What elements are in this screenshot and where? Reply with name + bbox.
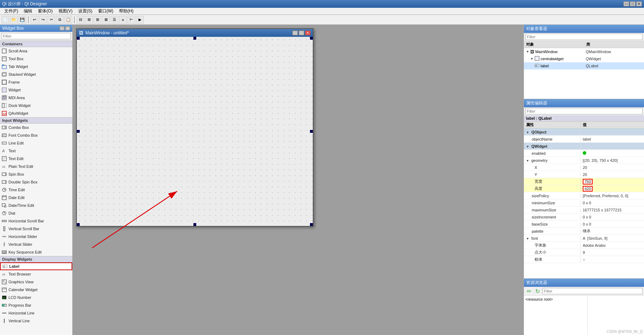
new-button[interactable]: 📄	[1, 16, 9, 24]
prop-row-objectname[interactable]: objectName label	[524, 136, 644, 143]
close-button[interactable]: ✕	[636, 1, 642, 6]
widget-item-text-edit[interactable]: Text Edit	[0, 155, 72, 163]
prop-row-font[interactable]: ▼ font A [SimSun, 9]	[524, 235, 644, 242]
main-window-minimize[interactable]: —	[292, 30, 298, 35]
resize-handle-ml[interactable]	[77, 130, 80, 133]
resize-handle-bl[interactable]	[77, 223, 80, 226]
resource-edit-button[interactable]: ✏	[525, 288, 532, 295]
prop-row-enabled[interactable]: enabled	[524, 150, 644, 157]
widget-item-horizontal-line[interactable]: Horizontal Line	[0, 309, 72, 317]
prop-row-width[interactable]: 宽度 750	[524, 178, 644, 185]
widget-box-float-button[interactable]: □	[60, 26, 64, 30]
prop-row-sizeincrement[interactable]: sizeIncrement 0 x 0	[524, 214, 644, 221]
widget-item-calendar-widget[interactable]: Calendar Widget	[0, 286, 72, 294]
resize-handle-tr[interactable]	[310, 37, 313, 40]
widget-item-vertical-line[interactable]: Vertical Line	[0, 317, 72, 325]
widget-item-key-sequence-edit[interactable]: ⌨ Key Sequence Edit	[0, 248, 72, 256]
widget-item-dial[interactable]: Dial	[0, 209, 72, 217]
widget-item-graphics-view[interactable]: Graphics View	[0, 278, 72, 286]
widget-item-text-browser[interactable]: AI Text Browser	[0, 270, 72, 278]
widget-item-horizontal-slider[interactable]: Horizontal Slider	[0, 233, 72, 240]
layout-v-button[interactable]: ⊞	[85, 16, 93, 24]
widget-item-double-spin-box[interactable]: Double Spin Box	[0, 178, 72, 186]
widget-item-label[interactable]: A Label	[0, 262, 72, 270]
prop-row-fontsize[interactable]: 点大小 9	[524, 249, 644, 256]
widget-item-lcd-number[interactable]: 12 LCD Number	[0, 294, 72, 301]
layout-align-button[interactable]: ≡	[119, 16, 127, 24]
widget-item-vertical-scroll-bar[interactable]: Vertical Scroll Bar	[0, 225, 72, 233]
widget-item-dock-widget[interactable]: Dock Widget	[0, 102, 72, 109]
layout-form-button[interactable]: ☰	[111, 16, 118, 24]
layout-h-button[interactable]: ⊟	[77, 16, 84, 24]
widget-item-frame[interactable]: Frame	[0, 78, 72, 86]
cut-button[interactable]: ✂	[47, 16, 55, 24]
main-window-maximize[interactable]: □	[299, 30, 304, 35]
widget-box-filter-input[interactable]	[1, 33, 71, 39]
preview-button[interactable]: ▶	[136, 16, 144, 24]
widget-item-tab-widget[interactable]: Tab Widget	[0, 63, 72, 70]
widget-item-combo-box[interactable]: Combo Box	[0, 124, 72, 131]
maximize-button[interactable]: □	[630, 1, 635, 6]
layout-spacer-button[interactable]: ⊢	[128, 16, 135, 24]
resource-refresh-button[interactable]: ↻	[534, 288, 541, 295]
widget-item-progress-bar[interactable]: Progress Bar	[0, 301, 72, 309]
menu-window[interactable]: 窗口(W)	[95, 7, 116, 15]
save-button[interactable]: 💾	[18, 16, 26, 24]
minimize-button[interactable]: —	[623, 1, 629, 6]
main-window-close[interactable]: ✕	[305, 30, 311, 35]
resize-handle-mr[interactable]	[310, 130, 313, 133]
obj-row-label[interactable]: A label QLabel	[524, 62, 644, 69]
copy-button[interactable]: ⧉	[56, 16, 64, 24]
prop-row-geometry[interactable]: ▼ geometry [(20, 20), 750 x 420]	[524, 157, 644, 164]
obj-row-mainwindow[interactable]: ▼ 🖼 MainWindow QMainWindow	[524, 48, 644, 55]
widget-item-tool-box[interactable]: Tool Box	[0, 55, 72, 63]
widget-item-qaxwidget[interactable]: AX QAxWidget	[0, 109, 72, 117]
widget-item-vertical-slider[interactable]: Vertical Slider	[0, 240, 72, 248]
menu-form[interactable]: 窗体(O)	[35, 7, 55, 15]
menu-file[interactable]: 文件(F)	[1, 7, 21, 15]
paste-button[interactable]: 📋	[64, 16, 72, 24]
widget-item-line-edit[interactable]: Line Edit	[0, 139, 72, 147]
widget-item-widget[interactable]: Widget	[0, 86, 72, 94]
widget-item-datetime-edit[interactable]: Date/Time Edit	[0, 201, 72, 209]
prop-row-maximumsize[interactable]: maximumSize 16777215 x 16777215	[524, 206, 644, 214]
prop-row-sizepolicy[interactable]: sizePolicy [Preferred, Preferred, 0, 0]	[524, 192, 644, 199]
resize-handle-tm[interactable]	[193, 37, 196, 40]
widget-item-plain-text-edit[interactable]: AI Plain Text Edit	[0, 163, 72, 170]
object-inspector-filter-input[interactable]	[525, 34, 643, 40]
menu-help[interactable]: 帮助(H)	[116, 7, 136, 15]
obj-row-centralwidget[interactable]: ▼ centralwidget QWidget	[524, 55, 644, 62]
layout-grid-button[interactable]: ⊞	[94, 16, 101, 24]
menu-edit[interactable]: 编辑	[21, 7, 35, 15]
menu-settings[interactable]: 设置(S)	[75, 7, 95, 15]
widget-item-horizontal-scroll-bar[interactable]: Horizontal Scroll Bar	[0, 217, 72, 225]
resize-handle-br[interactable]	[310, 223, 313, 226]
widget-item-mdi-area[interactable]: MDI Area	[0, 94, 72, 102]
widget-item-spin-box[interactable]: ▲▼ Spin Box	[0, 170, 72, 178]
property-editor-filter-input[interactable]	[525, 108, 643, 114]
redo-button[interactable]: ↪	[39, 16, 47, 24]
widget-item-text[interactable]: A Text	[0, 147, 72, 155]
resource-filter-input[interactable]	[542, 288, 643, 294]
resize-handle-bm[interactable]	[193, 223, 196, 226]
widget-box-close-button[interactable]: ✕	[65, 26, 70, 30]
prop-row-height[interactable]: 高度 420	[524, 185, 644, 192]
resize-handle-tl[interactable]	[77, 37, 80, 40]
widget-item-stacked-widget[interactable]: Stacked Widget	[0, 70, 72, 78]
prop-row-fontfamily[interactable]: 字体族 Adobe Arabic	[524, 242, 644, 249]
prop-row-y[interactable]: Y 20	[524, 171, 644, 178]
prop-row-minimumsize[interactable]: minimumSize 0 x 0	[524, 199, 644, 206]
prop-row-palette[interactable]: palette 继承	[524, 228, 644, 235]
main-window-content[interactable]	[77, 37, 313, 226]
widget-item-scroll-area[interactable]: Scroll Area	[0, 47, 72, 55]
prop-row-basesize[interactable]: baseSize 0 x 0	[524, 221, 644, 228]
layout-break-button[interactable]: ⊠	[102, 16, 110, 24]
widget-item-time-edit[interactable]: Time Edit	[0, 186, 72, 194]
widget-item-date-edit[interactable]: Date Edit	[0, 194, 72, 201]
menu-view[interactable]: 视图(V)	[56, 7, 75, 15]
widget-item-font-combo-box[interactable]: F Font Combo Box	[0, 131, 72, 139]
prop-row-x[interactable]: X 20	[524, 164, 644, 171]
prop-row-bold[interactable]: 粗体 ○	[524, 256, 644, 263]
undo-button[interactable]: ↩	[30, 16, 38, 24]
open-button[interactable]: 📁	[10, 16, 18, 24]
